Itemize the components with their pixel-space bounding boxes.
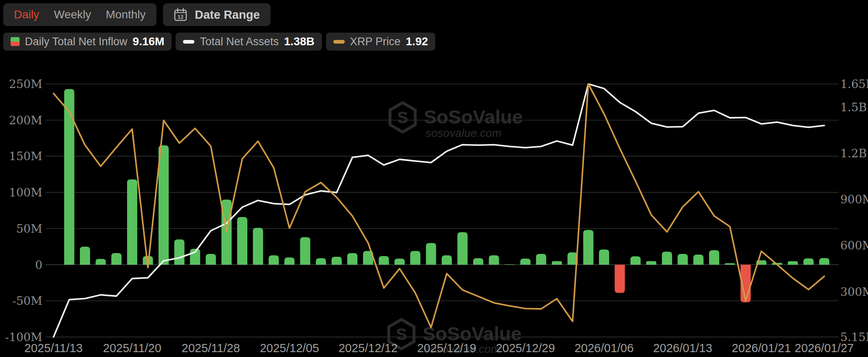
inflow-bar: [64, 89, 74, 264]
inflow-bar: [630, 256, 641, 264]
inflow-bar: [159, 145, 169, 265]
svg-text:2026/01/27: 2026/01/27: [795, 342, 854, 355]
inflow-bar: [599, 249, 609, 264]
inflow-bar: [410, 251, 421, 265]
inflow-bar: [96, 259, 106, 264]
svg-text:-50M: -50M: [12, 294, 42, 308]
inflow-bar: [111, 253, 121, 264]
svg-text:2025/11/13: 2025/11/13: [24, 342, 83, 355]
inflow-bar: [174, 239, 185, 264]
svg-text:2026/01/06: 2026/01/06: [575, 342, 634, 355]
inflow-bar: [662, 252, 672, 265]
svg-text:1.65B: 1.65B: [840, 77, 868, 91]
svg-text:900M: 900M: [840, 193, 868, 206]
svg-text:0: 0: [35, 258, 42, 272]
svg-text:S: S: [396, 325, 407, 343]
svg-text:1.5B: 1.5B: [840, 101, 867, 114]
inflow-bar: [253, 228, 263, 264]
svg-text:SoSoValue: SoSoValue: [424, 106, 523, 128]
svg-text:sosovalue.com: sosovalue.com: [425, 127, 502, 139]
inflow-bar: [394, 258, 405, 264]
svg-text:1.2B: 1.2B: [840, 147, 867, 160]
inflow-bar: [504, 264, 515, 265]
inflow-bar: [473, 258, 483, 265]
inflow-bar: [788, 261, 798, 265]
svg-text:600M: 600M: [840, 239, 868, 252]
inflow-bar: [489, 255, 499, 264]
svg-text:2025/12/19: 2025/12/19: [417, 342, 476, 355]
inflow-bar: [615, 265, 625, 293]
inflow-bar: [536, 254, 546, 265]
watermark-center: SSoSoValuesosovalue.com: [390, 103, 523, 139]
svg-text:2025/11/20: 2025/11/20: [103, 342, 161, 355]
svg-text:2026/01/13: 2026/01/13: [653, 342, 712, 355]
etf-flow-price-chart[interactable]: SSoSoValuesosovalue.comSSoSoValuesosoval…: [0, 0, 868, 357]
inflow-bar: [678, 254, 688, 265]
inflow-bar: [127, 179, 137, 264]
svg-text:S: S: [397, 108, 408, 126]
inflow-bar: [284, 258, 295, 265]
x-axis-labels: 2025/11/132025/11/202025/11/282025/12/05…: [24, 342, 854, 355]
svg-text:2025/12/05: 2025/12/05: [260, 342, 319, 355]
inflow-bar: [316, 258, 326, 265]
inflow-bar: [269, 255, 279, 264]
svg-text:2025/12/12: 2025/12/12: [339, 342, 398, 355]
inflow-bar: [347, 253, 357, 264]
inflow-bar: [426, 243, 436, 264]
svg-text:100M: 100M: [9, 186, 42, 199]
inflow-bar: [332, 257, 342, 265]
svg-text:2025/11/28: 2025/11/28: [182, 342, 240, 355]
inflow-bar: [583, 230, 593, 264]
inflow-bar: [237, 217, 247, 264]
svg-text:300M: 300M: [840, 285, 868, 299]
inflow-bar: [709, 250, 719, 264]
inflow-bar: [379, 256, 389, 264]
inflow-bar: [442, 255, 452, 264]
inflow-bar: [819, 258, 829, 264]
svg-text:2025/12/29: 2025/12/29: [496, 342, 555, 355]
inflow-bar: [300, 237, 310, 264]
inflow-bar: [693, 255, 703, 265]
svg-text:2026/01/21: 2026/01/21: [732, 342, 791, 355]
svg-text:200M: 200M: [9, 114, 42, 127]
inflow-bar: [206, 254, 216, 265]
inflow-bar: [725, 263, 735, 265]
left-axis-labels: 250M200M150M100M50M0-50M-100M: [5, 77, 42, 344]
inflow-bar: [520, 258, 531, 264]
inflow-bar: [552, 261, 562, 265]
inflow-bar: [457, 232, 467, 265]
svg-text:150M: 150M: [9, 150, 42, 163]
svg-text:50M: 50M: [16, 222, 42, 236]
inflow-bar: [80, 247, 90, 264]
svg-text:250M: 250M: [9, 77, 42, 91]
inflow-bar: [646, 261, 657, 265]
inflow-bar: [804, 258, 814, 265]
right-axis-labels: 1.65B1.5B1.2B900M600M300M5.15M: [840, 77, 868, 344]
